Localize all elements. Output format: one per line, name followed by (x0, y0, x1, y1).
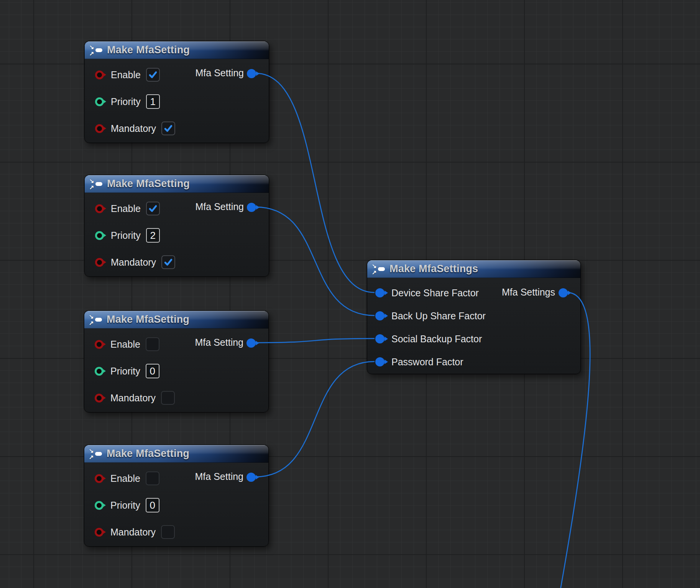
checkbox-enable[interactable] (146, 471, 159, 485)
arrow-down-right-icon: ↘ (89, 448, 94, 453)
pin-label: Mandatory (110, 393, 156, 404)
input-pin-mandatory[interactable] (95, 394, 104, 402)
pin-label: Mfa Setting (196, 201, 244, 212)
number-input-priority[interactable]: 0 (146, 498, 159, 512)
checkbox-mandatory[interactable] (161, 255, 175, 269)
input-row-enable: Enable (95, 201, 160, 216)
output-pin-mfa-settings[interactable] (559, 288, 568, 297)
input-row-enable: Enable (95, 471, 159, 486)
checkbox-mandatory[interactable] (161, 391, 175, 405)
input-row-priority: Priority0 (95, 498, 159, 513)
pin-label: Back Up Share Factor (391, 310, 486, 322)
input-row-mandatory: Mandatory (95, 390, 175, 406)
input-row-back-up-share-factor: Back Up Share Factor (375, 308, 486, 324)
node-title: Make MfaSetting (107, 314, 189, 325)
input-pin-priority[interactable] (95, 97, 104, 106)
number-input-priority[interactable]: 1 (146, 94, 160, 109)
node-header[interactable]: ↘↗Make MfaSetting (84, 311, 268, 328)
input-pin-enable[interactable] (95, 71, 104, 79)
node-header[interactable]: ↘↗Make MfaSetting (85, 175, 269, 193)
input-row-password-factor: Password Factor (375, 354, 463, 370)
node-make-mfasetting-3[interactable]: ↘↗Make MfaSettingEnablePriority0Mandator… (84, 310, 269, 412)
input-row-enable: Enable (95, 67, 160, 82)
input-pin-enable[interactable] (95, 340, 104, 349)
pin-label: Mfa Settings (502, 287, 555, 298)
struct-pill-icon (95, 318, 102, 322)
check-icon (164, 124, 173, 133)
node-header[interactable]: ↘↗Make MfaSetting (85, 41, 269, 59)
checkbox-mandatory[interactable] (161, 525, 175, 539)
arrow-up-right-icon: ↗ (89, 184, 94, 190)
pin-label: Enable (110, 473, 140, 484)
pin-label: Enable (111, 203, 141, 214)
check-icon (164, 258, 173, 267)
pin-label: Social Backup Factor (391, 333, 482, 345)
pin-label: Mfa Setting (195, 337, 243, 348)
output-pin-mfa-setting[interactable] (247, 69, 256, 78)
pin-label: Mfa Setting (195, 471, 243, 482)
struct-pill-icon (378, 267, 385, 271)
node-title: Make MfaSetting (107, 448, 189, 460)
input-pin-enable[interactable] (95, 474, 104, 483)
input-row-mandatory: Mandatory (95, 121, 175, 136)
output-pin-mfa-setting[interactable] (246, 338, 256, 348)
check-icon (148, 204, 158, 213)
pin-label: Priority (111, 230, 141, 241)
input-pin-priority[interactable] (95, 231, 104, 240)
input-pin-back-up-share-factor[interactable] (375, 311, 385, 320)
struct-pill-icon (95, 182, 102, 186)
checkbox-mandatory[interactable] (161, 122, 175, 135)
input-pin-mandatory[interactable] (95, 528, 104, 537)
arrow-down-right-icon: ↘ (89, 178, 94, 184)
node-make-mfasetting-1[interactable]: ↘↗Make MfaSettingEnable Priority1Mandato… (84, 41, 269, 143)
input-pin-mandatory[interactable] (95, 124, 104, 133)
input-pin-social-backup-factor[interactable] (375, 334, 385, 343)
pin-label: Priority (110, 500, 140, 511)
make-struct-icon: ↘↗ (89, 44, 103, 56)
checkbox-enable[interactable] (146, 337, 159, 351)
output-pin-mfa-setting[interactable] (246, 473, 256, 482)
node-make-mfasetting-2[interactable]: ↘↗Make MfaSettingEnable Priority2Mandato… (84, 175, 269, 277)
make-struct-icon: ↘↗ (89, 178, 103, 190)
input-row-mandatory: Mandatory (95, 524, 175, 540)
pin-label: Enable (110, 339, 140, 350)
node-make-mfasettings-5[interactable]: ↘↗Make MfaSettingsDevice Share FactorBac… (367, 260, 581, 374)
input-row-enable: Enable (95, 337, 159, 352)
number-input-priority[interactable]: 0 (146, 364, 159, 378)
input-row-social-backup-factor: Social Backup Factor (375, 331, 482, 347)
pin-label: Mandatory (111, 123, 156, 134)
checkbox-enable[interactable] (146, 68, 160, 82)
node-header[interactable]: ↘↗Make MfaSettings (367, 260, 580, 278)
pin-label: Mandatory (111, 257, 156, 268)
input-row-mandatory: Mandatory (95, 255, 175, 270)
struct-pill-icon (95, 48, 102, 52)
node-header[interactable]: ↘↗Make MfaSetting (84, 445, 268, 463)
input-row-priority: Priority0 (95, 363, 159, 379)
input-pin-password-factor[interactable] (375, 357, 385, 366)
input-pin-priority[interactable] (95, 501, 104, 510)
arrow-up-right-icon: ↗ (372, 269, 377, 275)
input-row-priority: Priority2 (95, 228, 160, 243)
output-pin-mfa-setting[interactable] (247, 203, 256, 212)
input-pin-enable[interactable] (95, 204, 104, 213)
input-pin-priority[interactable] (95, 367, 104, 376)
check-icon (148, 70, 158, 79)
arrow-down-right-icon: ↘ (372, 263, 377, 269)
number-input-priority[interactable]: 2 (146, 228, 160, 243)
node-title: Make MfaSettings (389, 263, 478, 275)
make-struct-icon: ↘↗ (89, 448, 103, 460)
arrow-up-right-icon: ↗ (89, 320, 94, 326)
input-row-device-share-factor: Device Share Factor (375, 285, 479, 301)
pin-label: Priority (110, 366, 140, 377)
node-make-mfasetting-4[interactable]: ↘↗Make MfaSettingEnablePriority0Mandator… (84, 445, 269, 547)
arrow-up-right-icon: ↗ (89, 51, 94, 56)
node-title: Make MfaSetting (107, 178, 190, 190)
arrow-down-right-icon: ↘ (89, 44, 94, 50)
arrow-down-right-icon: ↘ (89, 314, 94, 319)
checkbox-enable[interactable] (146, 202, 160, 215)
input-pin-device-share-factor[interactable] (375, 288, 385, 297)
make-struct-icon: ↘↗ (89, 314, 103, 326)
input-pin-mandatory[interactable] (95, 258, 104, 267)
node-title: Make MfaSetting (107, 44, 190, 56)
graph-canvas[interactable]: ↘↗Make MfaSettingEnable Priority1Mandato… (0, 0, 700, 588)
